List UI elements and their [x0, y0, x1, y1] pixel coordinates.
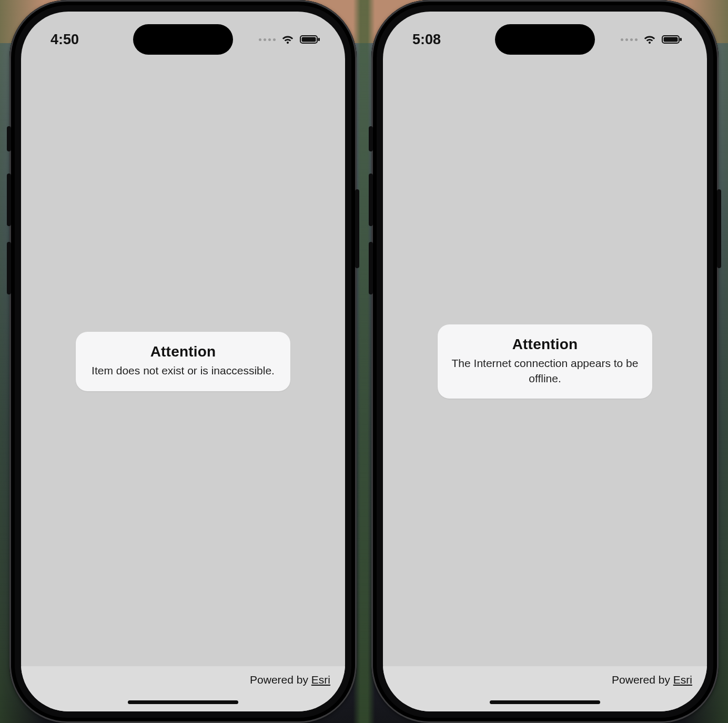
- alert-title: Attention: [451, 336, 639, 353]
- footer-bar: Powered by Esri: [21, 666, 345, 711]
- footer-bar: Powered by Esri: [383, 666, 707, 711]
- alert-message: The Internet connection appears to be of…: [451, 356, 639, 386]
- alert-panel: Attention Item does not exist or is inac…: [76, 332, 290, 391]
- content-area: Attention Item does not exist or is inac…: [21, 12, 345, 711]
- powered-by-text: Powered by: [250, 674, 311, 686]
- screen: 5:08: [383, 12, 707, 711]
- powered-by-text: Powered by: [612, 674, 673, 686]
- mute-switch[interactable]: [369, 126, 373, 151]
- power-button[interactable]: [717, 189, 721, 268]
- alert-title: Attention: [89, 343, 277, 360]
- powered-by-label: Powered by Esri: [612, 674, 692, 686]
- alert-panel: Attention The Internet connection appear…: [438, 324, 652, 399]
- mute-switch[interactable]: [7, 126, 11, 151]
- esri-link[interactable]: Esri: [311, 674, 330, 686]
- phone-left: 4:50: [9, 0, 357, 723]
- esri-link[interactable]: Esri: [673, 674, 692, 686]
- phone-right: 5:08: [371, 0, 719, 723]
- home-indicator[interactable]: [128, 700, 238, 704]
- powered-by-label: Powered by Esri: [250, 674, 330, 686]
- volume-up-button[interactable]: [369, 174, 373, 226]
- power-button[interactable]: [355, 189, 359, 268]
- phones-row: 4:50: [0, 0, 728, 723]
- alert-message: Item does not exist or is inaccessible.: [89, 363, 277, 378]
- volume-down-button[interactable]: [369, 242, 373, 294]
- home-indicator[interactable]: [490, 700, 600, 704]
- volume-up-button[interactable]: [7, 174, 11, 226]
- volume-down-button[interactable]: [7, 242, 11, 294]
- content-area: Attention The Internet connection appear…: [383, 12, 707, 711]
- screen: 4:50: [21, 12, 345, 711]
